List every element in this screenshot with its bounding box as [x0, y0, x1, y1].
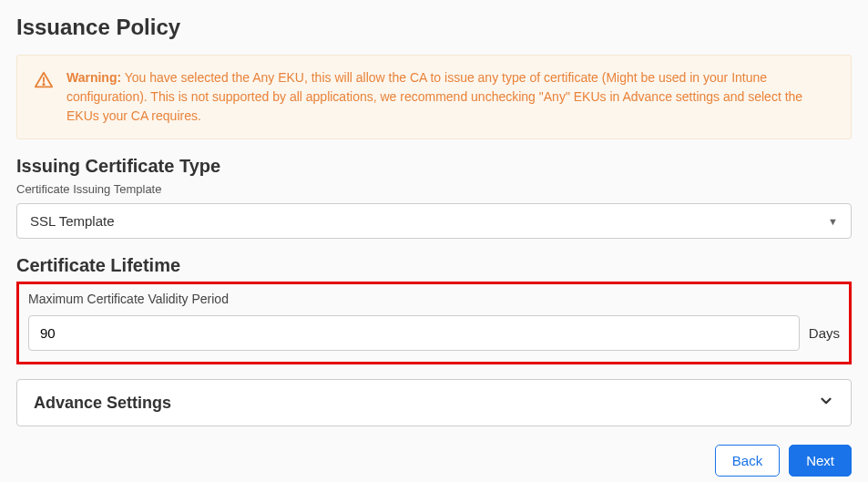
template-select[interactable]: SSL Template ▼ [16, 203, 852, 239]
issuing-type-heading: Issuing Certificate Type [16, 156, 852, 177]
warning-label: Warning: [66, 70, 121, 85]
chevron-down-icon [818, 393, 834, 413]
validity-input[interactable] [28, 315, 800, 351]
validity-unit: Days [809, 325, 840, 341]
back-button[interactable]: Back [715, 445, 780, 477]
template-select-value: SSL Template [30, 213, 115, 229]
caret-down-icon: ▼ [828, 216, 838, 227]
warning-body: You have selected the Any EKU, this will… [66, 70, 802, 123]
advance-settings-toggle[interactable]: Advance Settings [16, 379, 852, 426]
lifetime-heading: Certificate Lifetime [16, 255, 852, 276]
warning-text: Warning: You have selected the Any EKU, … [66, 68, 834, 126]
validity-highlight-box: Maximum Certificate Validity Period Days [16, 282, 852, 364]
page-title: Issuance Policy [16, 15, 852, 40]
advance-settings-label: Advance Settings [34, 394, 171, 413]
button-row: Back Next [16, 445, 852, 477]
template-label: Certificate Issuing Template [16, 182, 852, 196]
validity-label: Maximum Certificate Validity Period [28, 292, 840, 306]
warning-banner: Warning: You have selected the Any EKU, … [16, 55, 852, 139]
warning-icon [34, 70, 54, 90]
next-button[interactable]: Next [789, 445, 852, 477]
svg-point-1 [43, 84, 44, 85]
